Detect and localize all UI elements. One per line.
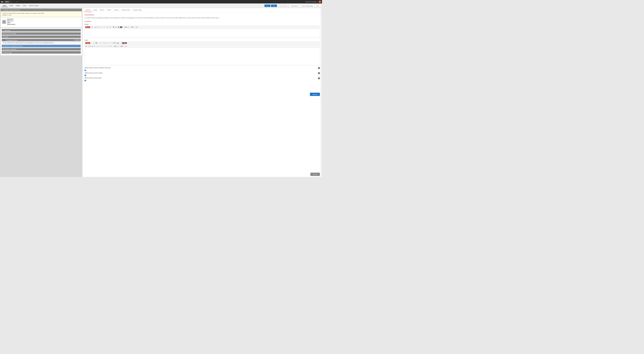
open-btn[interactable]: 📂 bbox=[93, 42, 95, 44]
fermer-button[interactable]: Fermer bbox=[310, 173, 320, 176]
mobile-icon[interactable]: 📱 bbox=[13, 1, 15, 2]
tab-bouton[interactable]: Bouton bbox=[98, 8, 106, 12]
para-plus-icon[interactable]: ⊕ bbox=[74, 39, 75, 41]
undo-btn[interactable]: ↩ bbox=[98, 42, 100, 44]
police-dropdown-1[interactable]: Police bbox=[124, 26, 130, 28]
link-btn-2[interactable]: 🔗 bbox=[108, 45, 110, 47]
source-button-2[interactable]: Source bbox=[86, 42, 90, 44]
unlink-btn-2[interactable]: 🔗 bbox=[110, 45, 112, 47]
tab-options[interactable]: Options bbox=[112, 8, 120, 12]
tab-groupes[interactable]: Groupes cibles bbox=[132, 8, 143, 12]
user-btn-1[interactable]: 👤 bbox=[117, 26, 120, 28]
list-ordered-btn[interactable]: ≡ bbox=[98, 45, 99, 47]
new-paragraphe-bar[interactable]: ⊕ Nouveau : Paragraphe bbox=[2, 48, 81, 50]
align-right-btn-1[interactable]: ≡ bbox=[104, 26, 105, 28]
groupes-cibles-button[interactable]: Groupes cibles bbox=[278, 4, 289, 7]
user-avatar[interactable]: A bbox=[319, 1, 321, 3]
align-center-btn-1[interactable]: ≡ bbox=[102, 26, 103, 28]
dropdown-icon[interactable]: ▾ bbox=[317, 1, 318, 2]
tab-icon[interactable]: ⬛ bbox=[10, 1, 12, 2]
avatar-highlighted-btn[interactable]: 👤 bbox=[122, 42, 124, 44]
right-scrollbar[interactable] bbox=[321, 8, 322, 177]
resize-btn-1[interactable]: ⊞ bbox=[136, 26, 138, 28]
image-btn-2[interactable]: 🖼 bbox=[113, 42, 115, 44]
tour-button[interactable]: Tour bbox=[264, 4, 270, 7]
bold-btn-2[interactable]: B bbox=[86, 45, 87, 47]
copy-btn[interactable]: ⧉ bbox=[104, 42, 106, 44]
new-doc-btn[interactable]: 📄 bbox=[91, 42, 93, 44]
unlink-btn-1[interactable]: 🔗 bbox=[109, 26, 111, 28]
format-btn-2[interactable]: Aa bbox=[124, 42, 127, 44]
cut-btn[interactable]: ✂ bbox=[103, 42, 104, 44]
align-justify-btn-2[interactable]: ≡ bbox=[106, 45, 107, 47]
new-contenu-bar[interactable]: ⊕ Nouveau : Paragraphe de contenu bbox=[2, 45, 81, 47]
tab-image[interactable]: Image bbox=[92, 8, 98, 12]
template-btn[interactable]: 📑 bbox=[119, 42, 121, 44]
bureau-help-btn[interactable]: ? bbox=[318, 67, 320, 69]
image-btn-1[interactable]: 🖼 bbox=[112, 26, 115, 28]
align-center-btn-2[interactable]: ≡ bbox=[102, 45, 104, 47]
italic-btn-1[interactable]: I bbox=[93, 26, 94, 28]
texte-editor-area[interactable] bbox=[85, 48, 320, 65]
appliquer-button[interactable]: Appliquer bbox=[310, 93, 320, 96]
taille-dropdown-2[interactable]: Taille bbox=[119, 45, 125, 47]
pied-de-page-bar[interactable]: ⊕ Pied de page bbox=[2, 51, 81, 54]
strikethrough-btn-1[interactable]: S bbox=[97, 26, 99, 28]
en-tete-bar[interactable]: ⊕ En-tête bbox=[2, 36, 81, 38]
aide-button[interactable]: Aide bbox=[271, 4, 277, 7]
superscript-btn[interactable]: X² bbox=[94, 45, 95, 47]
tab-texte[interactable]: Texte bbox=[22, 4, 28, 7]
tab-general[interactable]: Général bbox=[84, 8, 92, 12]
afficher-bureau-checkbox[interactable] bbox=[84, 70, 86, 71]
strikethrough-btn-2[interactable]: S bbox=[90, 45, 91, 47]
tab-mobile[interactable]: Mobile bbox=[14, 4, 22, 7]
tab-html[interactable]: HTML bbox=[8, 4, 14, 7]
para-copy2-icon[interactable]: 📋 bbox=[76, 39, 78, 41]
new-preheader-bar[interactable]: ⊕ Nouveau : Pré-header bbox=[2, 32, 81, 35]
source-button-1[interactable]: Source bbox=[86, 26, 90, 28]
tab-editer[interactable]: Éditer bbox=[1, 4, 8, 7]
sender-bar[interactable]: ✏ Expéditeur, objet, pièces jointes bbox=[1, 9, 82, 11]
pages-atterrissage-button[interactable]: Pages d'atterrissage bbox=[300, 4, 314, 7]
texte-help-btn[interactable]: ? bbox=[318, 77, 320, 79]
subscript-btn[interactable]: X₂ bbox=[91, 45, 93, 47]
table-btn-2[interactable]: ⊞ bbox=[115, 42, 117, 44]
italic-btn-2[interactable]: I bbox=[87, 45, 88, 47]
paste-text-btn[interactable]: 📝 bbox=[108, 42, 110, 44]
params-bar[interactable]: ✏ Paramètres bbox=[2, 29, 81, 32]
message-test-button[interactable]: Message test bbox=[290, 4, 300, 7]
paste-btn[interactable]: 📋 bbox=[106, 42, 108, 44]
tab-profils[interactable]: Profils de clics bbox=[120, 8, 132, 12]
para-trash-icon[interactable]: 🗑 bbox=[78, 39, 80, 41]
align-left-btn-2[interactable]: ≡ bbox=[101, 45, 102, 47]
find-btn[interactable]: 🔍 bbox=[111, 42, 113, 44]
taille-dropdown-1[interactable]: Taille bbox=[130, 26, 136, 28]
para-copy-icon[interactable]: ⧉ bbox=[75, 39, 76, 41]
redo-btn[interactable]: ↪ bbox=[100, 42, 102, 44]
menu-button[interactable]: Menu bbox=[4, 1, 10, 3]
align-left-btn-1[interactable]: ≡ bbox=[100, 26, 101, 28]
help-icon[interactable]: ? bbox=[18, 1, 19, 2]
para-plan-header[interactable]: 👤 ✏ Paragraphe de plan ⊕ ⧉ 📋 🗑 bbox=[2, 39, 81, 42]
link-btn-1[interactable]: 🔗 bbox=[106, 26, 109, 28]
tab-swyn[interactable]: SWYN bbox=[106, 8, 112, 12]
mobile-help-btn[interactable]: ? bbox=[318, 72, 320, 74]
plus-button[interactable]: Plus bbox=[315, 4, 321, 7]
afficher-mobile-checkbox[interactable] bbox=[84, 75, 86, 76]
underline-btn-1[interactable]: U bbox=[95, 26, 96, 28]
indent-btn[interactable]: ⇥ bbox=[99, 45, 101, 47]
tab-version-en-ligne[interactable]: Version en ligne bbox=[28, 4, 40, 7]
underline-btn-2[interactable]: U bbox=[88, 45, 90, 47]
table-btn-1[interactable]: ⊞ bbox=[115, 26, 117, 28]
align-right-btn-2[interactable]: ≡ bbox=[104, 45, 105, 47]
save-btn[interactable]: 💾 bbox=[96, 42, 98, 44]
more-btn[interactable]: ⊞ bbox=[125, 45, 127, 47]
media-btn[interactable]: 📹 bbox=[117, 42, 119, 44]
intitule-editor-area[interactable] bbox=[85, 29, 320, 37]
close-icon[interactable]: ✕ bbox=[16, 1, 17, 2]
afficher-texte-checkbox[interactable] bbox=[84, 80, 86, 81]
police-dropdown-2[interactable]: Police bbox=[113, 45, 119, 47]
list-unordered-btn[interactable]: ≡ bbox=[96, 45, 98, 47]
bold-btn-1[interactable]: B bbox=[91, 26, 93, 28]
format-btn-1[interactable]: Aa bbox=[120, 26, 122, 28]
